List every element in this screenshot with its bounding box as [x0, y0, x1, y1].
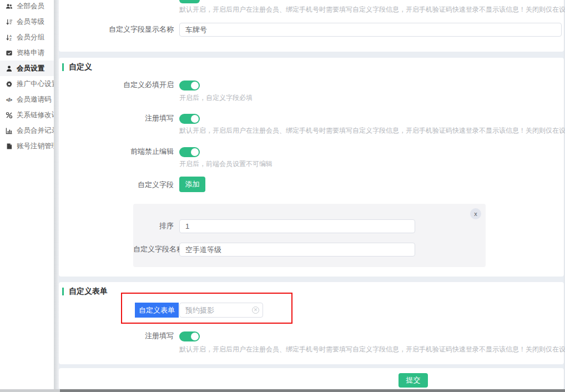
sidebar-item-invite-code[interactable]: </> 会员邀请码: [0, 92, 54, 108]
required-toggle-label: 自定义必填开启: [59, 80, 174, 90]
section-title-custom-form: 自定义表单: [62, 287, 108, 296]
svg-text:Z: Z: [9, 38, 11, 41]
field-name-input[interactable]: [179, 243, 415, 257]
sidebar-item-merge-log[interactable]: 会员合并记录: [0, 123, 54, 139]
sort-label: 排序: [133, 221, 174, 231]
sidebar-item-label: 会员分组: [17, 33, 44, 42]
sidebar-item-promotion-settings[interactable]: 推广中心设置: [0, 76, 54, 92]
field-name-label: 自定义字段名称: [133, 244, 174, 254]
sidebar-item-all-members[interactable]: 全部会员: [0, 0, 54, 14]
custom-form-input-wrap: ✕: [179, 303, 263, 318]
toggle-knob: [191, 148, 199, 156]
submit-button[interactable]: 提交: [398, 373, 428, 388]
display-name-input[interactable]: [179, 23, 562, 37]
footer-panel: 提交: [59, 368, 564, 389]
sidebar-item-label: 全部会员: [17, 2, 44, 11]
code-icon: </>: [5, 96, 13, 104]
register-toggle-label: 注册填写: [59, 113, 174, 123]
register-hint-text: 默认开启，开启后用户在注册会员、绑定手机号时需要填写自定义字段信息，开启手机验证…: [179, 6, 565, 14]
display-name-label: 自定义字段显示名称: [59, 24, 174, 34]
custom-form-input[interactable]: [179, 303, 263, 318]
required-toggle-hint: 开启后，自定义字段必填: [179, 94, 253, 102]
custom-section-panel: 自定义 自定义必填开启 开启后，自定义字段必填 注册填写 默认开启，开启后用户在…: [59, 58, 564, 277]
member-group-icon: AZ: [5, 33, 13, 41]
vertical-scrollbar[interactable]: [54, 0, 59, 389]
sidebar-item-relation-log[interactable]: 关系链修改记录: [0, 108, 54, 123]
chart-icon: [5, 127, 13, 135]
custom-form-panel: 自定义表单 自定义表单 ✕ 注册填写 默认开启，开启后用户在注册会员、绑定手机号…: [59, 282, 564, 364]
sidebar-item-label: 会员邀请码: [17, 95, 52, 104]
toggle-knob: [191, 115, 199, 123]
sidebar-menu: 全部会员 会员等级 AZ 会员分组 资格申请 会员设置: [0, 0, 54, 154]
sidebar: 全部会员 会员等级 AZ 会员分组 资格申请 会员设置: [0, 0, 54, 389]
register-toggle-hint: 默认开启，开启后用户在注册会员、绑定手机号时需要填写自定义字段信息，开启手机验证…: [179, 127, 565, 135]
sidebar-item-qualification[interactable]: 资格申请: [0, 45, 54, 61]
register-toggle[interactable]: [179, 114, 200, 124]
member-icon: [5, 64, 13, 72]
form-register-hint: 默认开启，开启后用户在注册会员、绑定手机号时需要填写自定义字段信息，开启手机验证…: [179, 345, 565, 354]
users-icon: [5, 2, 13, 10]
required-toggle[interactable]: [179, 81, 200, 91]
sidebar-item-label: 资格申请: [17, 48, 44, 58]
member-level-icon: [5, 18, 13, 26]
clear-input-icon[interactable]: ✕: [252, 306, 259, 314]
sidebar-item-label: 会员设置: [17, 64, 44, 73]
sidebar-item-label: 推广中心设置: [17, 79, 58, 89]
horizontal-scrollbar-thumb[interactable]: [60, 389, 565, 392]
sort-input[interactable]: [179, 219, 415, 233]
sidebar-item-label: 会员等级: [17, 17, 44, 27]
qualification-icon: [5, 49, 13, 57]
sidebar-item-label: 账号注销管理: [17, 142, 58, 151]
clipped-toggle[interactable]: [179, 0, 200, 3]
add-field-button[interactable]: 添加: [179, 177, 205, 192]
toggle-knob: [191, 333, 199, 340]
register-toggle-label: 注册填写: [59, 331, 174, 341]
gear-icon: [5, 81, 13, 88]
frontend-toggle-label: 前端禁止编辑: [59, 147, 174, 157]
svg-text:A: A: [9, 34, 11, 37]
form-register-toggle[interactable]: [179, 331, 200, 341]
sidebar-item-member-level[interactable]: 会员等级: [0, 14, 54, 29]
main-content: 默认开启，开启后用户在注册会员、绑定手机号时需要填写自定义字段信息，开启手机验证…: [59, 0, 564, 389]
section-title-custom: 自定义: [62, 62, 92, 72]
section-accent-bar: [62, 288, 64, 295]
frontend-edit-toggle[interactable]: [179, 147, 200, 157]
chain-icon: [5, 112, 13, 119]
custom-fields-label: 自定义字段: [59, 180, 174, 190]
display-name-panel: 默认开启，开启后用户在注册会员、绑定手机号时需要填写自定义字段信息，开启手机验证…: [59, 0, 564, 52]
sidebar-item-label: 会员合并记录: [17, 126, 58, 135]
sidebar-item-member-group[interactable]: AZ 会员分组: [0, 29, 54, 45]
form-label-selected: 自定义表单: [135, 303, 179, 318]
custom-field-card: x 排序 自定义字段名称: [133, 204, 486, 267]
section-accent-bar: [62, 63, 64, 71]
file-icon: [5, 143, 13, 150]
frontend-toggle-hint: 开启后，前端会员设置不可编辑: [179, 160, 273, 168]
remove-field-button[interactable]: x: [470, 208, 481, 219]
sidebar-item-account-cancel[interactable]: 账号注销管理: [0, 139, 54, 154]
sidebar-item-member-settings[interactable]: 会员设置: [0, 61, 54, 76]
toggle-knob: [191, 82, 199, 89]
